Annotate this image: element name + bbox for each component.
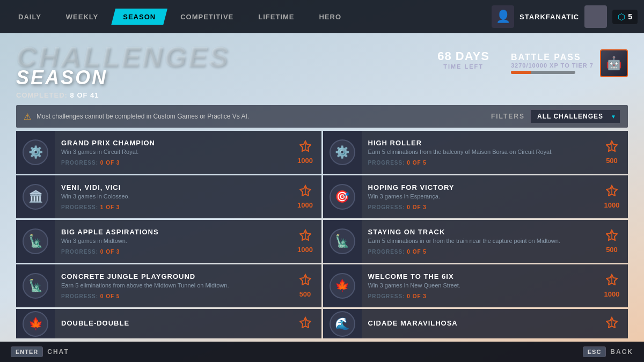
username-label: STARKFANATIC <box>519 13 579 21</box>
challenge-desc: Earn 5 eliminations from the balcony of … <box>368 148 590 156</box>
completed-text: COMPLETED: 8 OF 41 <box>16 91 628 99</box>
challenge-card-big-apple[interactable]: 🗽 BIG APPLE ASPIRATIONS Win 3 games in M… <box>16 220 321 263</box>
warning-text: Most challenges cannot be completed in C… <box>36 113 249 120</box>
battle-pass-bar-container <box>511 71 575 74</box>
challenge-body: DOUBLE-DOUBLE <box>55 309 289 338</box>
challenge-desc: Win 3 games in Midtown. <box>61 237 283 245</box>
xp-icon <box>299 274 311 288</box>
challenge-card-cidade[interactable]: 🌊 CIDADE MARAVILHOSA <box>323 309 628 338</box>
challenge-icon: 🍁 <box>23 311 48 337</box>
progress-value: 0 OF 3 <box>100 160 120 166</box>
challenge-desc: Earn 5 eliminations in or from the train… <box>368 237 590 245</box>
filters-section: FILTERS ALL CHALLENGES IN PROGRESS COMPL… <box>491 109 620 123</box>
challenge-progress: PROGRESS: 0 OF 5 <box>61 293 283 299</box>
challenge-body: GRAND PRIX CHAMPION Win 3 games in Circu… <box>55 131 289 174</box>
chat-label: CHAT <box>47 348 69 356</box>
challenge-card-welcome-6ix[interactable]: 🍁 WELCOME TO THE 6IX Win 3 games in New … <box>323 264 628 307</box>
xp-value: 1000 <box>604 201 620 209</box>
tab-hero[interactable]: HERO <box>307 9 353 25</box>
challenge-xp-box <box>596 309 628 338</box>
challenge-icon-box: 🗽 <box>16 220 55 263</box>
progress-value: 0 OF 3 <box>100 249 120 255</box>
progress-value: 1 OF 3 <box>100 204 120 210</box>
challenge-icon: 🏛️ <box>23 184 48 210</box>
challenge-body: VENI, VIDI, VICI Win 3 games in Colosseo… <box>55 175 289 218</box>
challenge-icon-box: ⚙️ <box>323 131 362 174</box>
tab-lifetime[interactable]: LIFETIME <box>246 9 306 25</box>
tab-daily[interactable]: DAILY <box>6 9 53 25</box>
challenge-name: DOUBLE-DOUBLE <box>61 319 283 327</box>
xp-icon <box>606 316 618 331</box>
challenge-xp-box <box>289 309 321 338</box>
challenge-desc: Win 3 games in Esperança. <box>368 193 590 201</box>
stats-bar: 68 DAYS TIME LEFT BATTLE PASS 3270/10000… <box>437 49 628 77</box>
back-label: BACK <box>610 348 633 356</box>
challenge-name: BIG APPLE ASPIRATIONS <box>61 228 283 236</box>
challenge-progress: PROGRESS: 0 OF 5 <box>368 160 590 166</box>
challenge-xp-box: 1000 <box>289 175 321 218</box>
filters-label: FILTERS <box>491 113 525 120</box>
progress-value: 0 OF 3 <box>407 293 427 299</box>
challenge-icon-box: 🍁 <box>323 264 362 307</box>
challenge-xp-box: 500 <box>596 220 628 263</box>
challenge-card-concrete[interactable]: 🗽 CONCRETE JUNGLE PLAYGROUND Earn 5 elim… <box>16 264 321 307</box>
challenge-icon-box: ⚙️ <box>16 131 55 174</box>
rank-badge <box>584 5 607 28</box>
challenge-desc: Win 3 games in New Queen Street. <box>368 282 590 290</box>
progress-value: 0 OF 5 <box>100 293 120 299</box>
challenge-body: HIGH ROLLER Earn 5 eliminations from the… <box>362 131 596 174</box>
enter-key-badge: ENTER <box>11 346 43 357</box>
nav-right-section: 👤 STARKFANATIC ⬡ 5 <box>492 5 638 28</box>
battle-pass-icon: 🤖 <box>606 56 622 71</box>
xp-value: 500 <box>606 246 618 254</box>
xp-value: 1000 <box>297 246 313 254</box>
nav-tab-group: DAILY WEEKLY SEASON COMPETITIVE LIFETIME… <box>6 9 353 25</box>
challenge-card-veni[interactable]: 🏛️ VENI, VIDI, VICI Win 3 games in Colos… <box>16 175 321 218</box>
challenge-body: HOPING FOR VICTORY Win 3 games in Espera… <box>362 175 596 218</box>
challenge-icon-box: 🗽 <box>16 264 55 307</box>
battle-pass-section: BATTLE PASS 3270/10000 XP TO TIER 7 🤖 <box>511 49 628 77</box>
xp-icon <box>606 229 618 243</box>
challenge-card-grand-prix[interactable]: ⚙️ GRAND PRIX CHAMPION Win 3 games in Ci… <box>16 131 321 174</box>
enter-chat-action[interactable]: ENTER CHAT <box>11 346 69 357</box>
currency-display: ⬡ 5 <box>612 10 638 24</box>
challenge-icon: ⚙️ <box>23 139 48 165</box>
challenge-name: CIDADE MARAVILHOSA <box>368 319 590 327</box>
challenge-progress: PROGRESS: 0 OF 3 <box>368 293 590 299</box>
tab-competitive[interactable]: COMPETITIVE <box>169 9 245 25</box>
time-label: TIME LEFT <box>437 63 489 70</box>
challenge-progress: PROGRESS: 0 OF 3 <box>61 249 283 255</box>
xp-value: 1000 <box>604 290 620 298</box>
xp-value: 500 <box>606 157 618 165</box>
battle-pass-thumb: 🤖 <box>600 49 628 77</box>
challenge-card-staying[interactable]: 🗽 STAYING ON TRACK Earn 5 eliminations i… <box>323 220 628 263</box>
challenge-xp-box: 500 <box>596 131 628 174</box>
battle-pass-xp: 3270/10000 XP TO TIER 7 <box>511 62 594 69</box>
avatar: 👤 <box>492 5 514 28</box>
challenge-icon: 🎯 <box>330 184 355 210</box>
challenge-name: CONCRETE JUNGLE PLAYGROUND <box>61 272 283 280</box>
top-navigation: DAILY WEEKLY SEASON COMPETITIVE LIFETIME… <box>0 0 644 33</box>
challenge-card-high-roller[interactable]: ⚙️ HIGH ROLLER Earn 5 eliminations from … <box>323 131 628 174</box>
filters-wrapper[interactable]: ALL CHALLENGES IN PROGRESS COMPLETED <box>530 109 620 123</box>
warning-icon: ⚠ <box>24 112 31 122</box>
esc-back-action[interactable]: ESC BACK <box>583 346 633 357</box>
tab-season[interactable]: SEASON <box>111 9 167 25</box>
tab-weekly[interactable]: WEEKLY <box>54 9 110 25</box>
main-content: 68 DAYS TIME LEFT BATTLE PASS 3270/10000… <box>0 33 644 338</box>
challenge-icon: ⚙️ <box>330 139 355 165</box>
xp-value: 1000 <box>297 201 313 209</box>
challenge-card-hoping[interactable]: 🎯 HOPING FOR VICTORY Win 3 games in Espe… <box>323 175 628 218</box>
challenge-body: CONCRETE JUNGLE PLAYGROUND Earn 5 elimin… <box>55 264 289 307</box>
challenge-body: BIG APPLE ASPIRATIONS Win 3 games in Mid… <box>55 220 289 263</box>
battle-pass-progress-bar <box>511 71 531 74</box>
challenge-desc: Win 3 games in Colosseo. <box>61 193 283 201</box>
bottom-bar: ENTER CHAT ESC BACK <box>0 342 644 362</box>
challenge-icon-box: 🗽 <box>323 220 362 263</box>
challenge-body: CIDADE MARAVILHOSA <box>362 309 596 338</box>
challenge-xp-box: 1000 <box>289 220 321 263</box>
challenge-card-double-double[interactable]: 🍁 DOUBLE-DOUBLE <box>16 309 321 338</box>
filters-dropdown[interactable]: ALL CHALLENGES IN PROGRESS COMPLETED <box>530 109 620 123</box>
completed-label: COMPLETED: <box>16 91 68 99</box>
time-left-stat: 68 DAYS TIME LEFT <box>437 49 489 70</box>
